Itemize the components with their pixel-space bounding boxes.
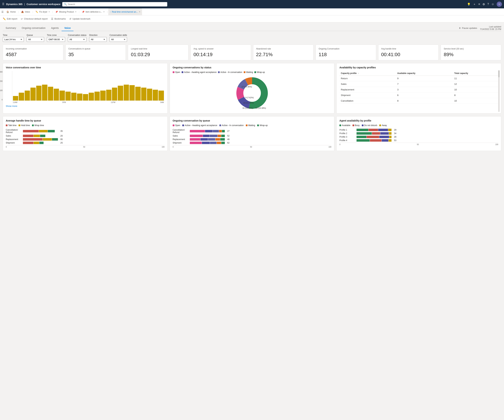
help-icon[interactable]: ?: [487, 3, 489, 6]
action-bar: ✏️ Edit report ↩ Checkout default report…: [0, 15, 504, 22]
aa-profile1: Profile 1 29: [339, 129, 498, 131]
app-brand: Dynamics 365 | Customer service workspac…: [6, 3, 60, 6]
tab-missing-product[interactable]: 📌 Missing Product ✕: [54, 8, 78, 15]
close-realtime[interactable]: ✕: [139, 11, 140, 13]
queue-select[interactable]: All: [27, 37, 44, 42]
voice-bar: [25, 91, 30, 101]
add-icon[interactable]: ＋: [473, 2, 476, 6]
conv-status-select[interactable]: All: [68, 37, 86, 42]
oq-cancellation: Cancellation/Refund 27: [173, 129, 331, 134]
aa-profile4: Profile 4 53: [339, 139, 498, 142]
menu-icon[interactable]: ≡: [478, 3, 480, 6]
settings-icon[interactable]: ⚙: [482, 3, 485, 6]
table-row: Return 9 11: [339, 76, 498, 81]
close-missing-product[interactable]: ✕: [75, 11, 77, 13]
realtime-icon: ▫: [110, 11, 111, 13]
app-menu-icon[interactable]: ⠿: [2, 2, 4, 6]
pause-updates-button[interactable]: ⏸ Pause updates: [459, 27, 477, 29]
bottom-charts-row: Average handle time by queue Talk time H…: [3, 116, 501, 151]
checkout-icon: ↩: [21, 18, 23, 20]
hbar-sales: Sales 20: [6, 135, 165, 137]
voice-bar: [135, 87, 140, 101]
kpi-abandoned: Abandoned rate 22.71%: [253, 45, 314, 60]
oq-sales: Sales 52: [173, 135, 331, 137]
kpi-longest-wait: Longest wait time 01:03:29: [128, 45, 188, 60]
bookmarks-icon: ☰: [51, 18, 53, 20]
legend-active-awaiting: Active - Awaiting agent acceptance: [182, 71, 216, 73]
voice-bar: [77, 94, 82, 101]
sort-icon[interactable]: ↑: [358, 72, 359, 74]
tab-realtime[interactable]: ▫ Real time omnichannel an... ✕: [108, 8, 142, 15]
checkout-default-action[interactable]: ↩ Checkout default report: [21, 18, 48, 20]
timezone-select[interactable]: GMT-08:00: [47, 37, 65, 42]
voice-bar: [54, 89, 59, 101]
timezone-filter: Time zone GMT-08:00: [47, 34, 65, 42]
tab-ongoing-conv[interactable]: Ongoing conversation: [19, 25, 48, 31]
search-bar[interactable]: 🔍: [62, 2, 167, 6]
direction-filter: Direction All: [89, 34, 107, 42]
voice-bar: [118, 86, 123, 101]
conv-status-filter: Conversation status All: [68, 34, 86, 42]
close-fix-dryer[interactable]: ✕: [48, 11, 50, 13]
tab-fix-dryer[interactable]: ✏️ Fix dryer ✕: [34, 8, 52, 15]
pencil-icon: ✏️: [36, 11, 38, 13]
voice-bar: [158, 91, 164, 101]
edit-icon: ✏️: [3, 18, 6, 20]
tab-voice[interactable]: Voice: [62, 25, 73, 31]
avatar[interactable]: U: [497, 2, 502, 7]
sidebar-toggle-icon[interactable]: ☰: [1, 11, 4, 13]
queue-filter: Queue All: [27, 34, 44, 42]
nav-tabs: Summary Ongoing conversation Agents Voic…: [3, 25, 501, 31]
close-item-defective[interactable]: ✕: [103, 11, 105, 13]
kpi-row: Incoming conversation 4587 Conversations…: [3, 45, 501, 60]
tab-inbox[interactable]: 📥 Inbox: [19, 8, 32, 15]
voice-bar: [124, 85, 129, 101]
tab-home[interactable]: 🏠 Home: [5, 8, 18, 15]
update-bookmark-action[interactable]: ↺ Update bookmark: [69, 18, 90, 20]
voice-bar: [30, 88, 36, 101]
conv-skills-select[interactable]: All: [109, 37, 127, 42]
face-icon[interactable]: ☺: [492, 3, 494, 6]
kpi-service-level: Service level (30 sec) 89%: [441, 45, 501, 60]
pin-icon-2: 📌: [82, 11, 84, 13]
pause-icon: ⏸: [459, 27, 461, 29]
aa-x-axis: 0 50 100: [339, 143, 498, 146]
hbar-shipment: Shipment 25: [6, 142, 165, 144]
availability-profiles-chart: Availability by capacity profiles Capaci…: [336, 63, 501, 113]
tab-agents[interactable]: Agents: [48, 25, 62, 31]
col-available: Available capacity: [396, 71, 453, 76]
filters-row: Time Last 24 hrs Last 7 days Last 30 day…: [3, 34, 501, 42]
hbar-replacement: Replacement 95: [6, 138, 165, 141]
edit-report-action[interactable]: ✏️ Edit report: [3, 18, 17, 20]
voice-bar: [83, 94, 88, 101]
direction-select[interactable]: All: [89, 37, 107, 42]
pin-icon: 📌: [55, 11, 58, 13]
y-axis-labels: 300 200 100 0: [0, 71, 3, 101]
aa-profile2: Profile 2 34: [339, 132, 498, 135]
avg-handle-time-chart: Average handle time by queue Talk time H…: [3, 116, 168, 151]
voice-bar: [141, 88, 146, 101]
table-row: Shipment 6 8: [339, 92, 498, 98]
tab-summary[interactable]: Summary: [3, 25, 19, 31]
conv-skills-filter: Conversation skills All: [109, 34, 127, 42]
time-filter: Time Last 24 hrs Last 7 days Last 30 day…: [3, 34, 24, 42]
voice-bar: [129, 85, 135, 101]
kpi-avg-handle: Avg.handle time 00:41:00: [378, 45, 439, 60]
notification-icon[interactable]: 💡: [467, 3, 471, 6]
voice-time-chart: Voice conversations over time 300 200 10…: [3, 63, 168, 113]
charts-row-1: Voice conversations over time 300 200 10…: [3, 63, 501, 113]
time-select[interactable]: Last 24 hrs Last 7 days Last 30 days: [3, 37, 24, 42]
oq-x-axis: 0 50 100: [173, 145, 331, 148]
kpi-in-queue: Conversations in queue 35: [66, 45, 126, 60]
show-more-link[interactable]: Show more: [6, 105, 17, 107]
bookmarks-action[interactable]: ☰ Bookmarks: [51, 18, 66, 20]
last-updated: Last updated 7/14/2022 5:08: 15 PM: [480, 25, 501, 30]
legend-waiting: Waiting: [244, 71, 253, 73]
agent-avail-legend: Available Busy Do not disturb Away: [339, 124, 498, 127]
legend-wrap-up: Wrap-up: [254, 71, 265, 73]
voice-bar: [147, 89, 152, 101]
search-input[interactable]: [68, 3, 166, 6]
tab-item-defective[interactable]: 📌 Item defective o... ✕: [80, 8, 106, 15]
voice-bar: [19, 93, 24, 101]
table-row: Cancellation 8 10: [339, 98, 498, 104]
